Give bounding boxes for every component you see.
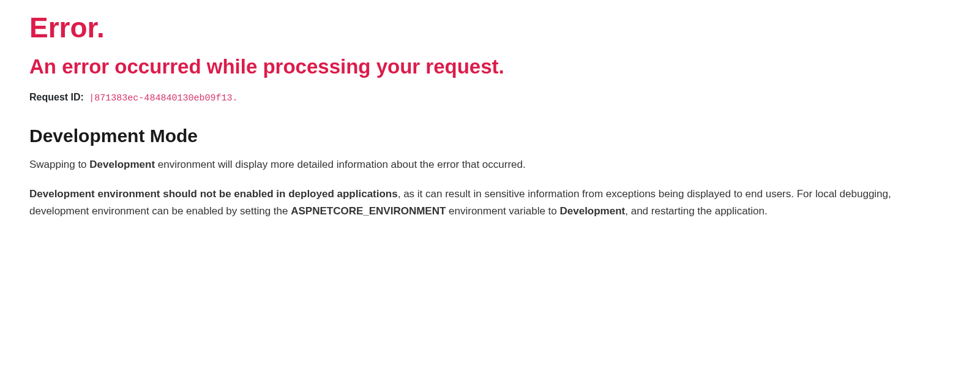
error-title: Error. [29, 12, 951, 43]
text-bold-env-var: ASPNETCORE_ENVIRONMENT [291, 205, 446, 217]
text-bold-development: Development [89, 159, 155, 170]
dev-mode-paragraph-1: Swapping to Development environment will… [29, 156, 899, 173]
text-bold-development: Development [559, 205, 625, 217]
dev-mode-paragraph-2: Development environment should not be en… [29, 186, 899, 220]
text-segment: environment variable to [446, 205, 559, 217]
development-mode-heading: Development Mode [29, 126, 951, 146]
error-subtitle: An error occurred while processing your … [29, 55, 951, 79]
request-id-line: Request ID: |871383ec-484840130eb09f13. [29, 92, 951, 104]
text-segment: Swapping to [29, 159, 89, 170]
text-segment: environment will display more detailed i… [155, 159, 526, 170]
request-id-value: |871383ec-484840130eb09f13. [89, 93, 238, 104]
request-id-label: Request ID: [29, 92, 84, 102]
text-segment: , and restarting the application. [625, 205, 767, 217]
text-bold-warning: Development environment should not be en… [29, 188, 398, 200]
